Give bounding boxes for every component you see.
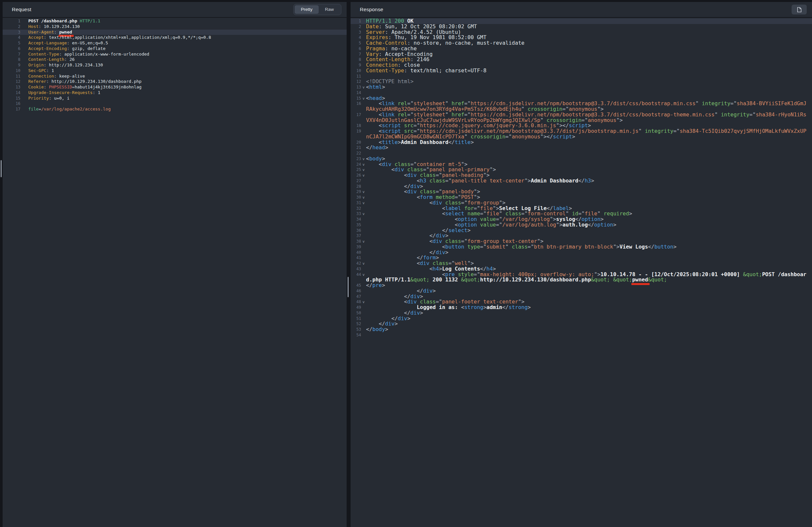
line-number: 9 bbox=[351, 62, 361, 68]
code-line[interactable]: 15Priority: u=0, i bbox=[3, 96, 347, 101]
line-number: 2 bbox=[3, 24, 20, 30]
line-number: 1 bbox=[351, 18, 361, 24]
code-line[interactable]: 2Host: 10.129.234.130 bbox=[3, 24, 347, 30]
fold-chevron-icon[interactable]: v bbox=[361, 200, 366, 206]
code-line[interactable]: 17 <link rel="stylesheet" href="https://… bbox=[351, 112, 812, 123]
fold-chevron-icon[interactable]: v bbox=[361, 162, 366, 167]
line-number: 47 bbox=[351, 294, 361, 299]
code-line[interactable]: 52 </div> bbox=[351, 321, 812, 327]
code-line[interactable]: 10Sec-GPC: 1 bbox=[3, 68, 347, 74]
code-line[interactable]: 53</body> bbox=[351, 327, 812, 332]
fold-chevron-icon[interactable]: v bbox=[361, 167, 366, 173]
fold-chevron-icon[interactable]: v bbox=[361, 173, 366, 178]
line-number: 36 bbox=[351, 228, 361, 233]
line-number: 53 bbox=[351, 327, 361, 332]
line-number: 21 bbox=[351, 145, 361, 150]
code-line[interactable]: 13v<html> bbox=[351, 85, 812, 90]
code-line[interactable]: 22 bbox=[351, 150, 812, 156]
code-line[interactable]: 1POST /dashboard.php HTTP/1.1 bbox=[3, 18, 347, 24]
tab-raw[interactable]: Raw bbox=[319, 5, 340, 14]
line-number: 6 bbox=[3, 46, 20, 52]
code-line[interactable]: 6Accept-Encoding: gzip, deflate bbox=[3, 46, 347, 52]
line-number: 8 bbox=[3, 57, 20, 62]
code-text: Origin: http://10.129.234.130 bbox=[28, 62, 347, 68]
line-number: 41 bbox=[351, 255, 361, 261]
fold-chevron-icon[interactable]: v bbox=[361, 211, 366, 217]
fold-chevron-icon[interactable]: v bbox=[361, 195, 366, 200]
fold-chevron-icon[interactable]: v bbox=[361, 239, 366, 244]
code-line[interactable]: 10Content-Type: text/html; charset=UTF-8 bbox=[351, 68, 812, 74]
code-line[interactable]: 19 <script src="https://cdn.jsdelivr.net… bbox=[351, 129, 812, 140]
code-line[interactable]: 16 <link rel="stylesheet" href="https://… bbox=[351, 101, 812, 112]
line-number: 42 bbox=[351, 261, 361, 266]
fold-chevron-icon[interactable]: v bbox=[361, 156, 366, 162]
fold-chevron-icon[interactable]: v bbox=[361, 189, 366, 195]
code-line[interactable]: 20 <title>Admin Dashboard</title> bbox=[351, 140, 812, 145]
line-number: 51 bbox=[351, 316, 361, 322]
line-number: 10 bbox=[3, 68, 20, 74]
line-number: 11 bbox=[3, 74, 20, 79]
line-number: 27 bbox=[351, 178, 361, 184]
code-text: <link rel="stylesheet" href="https://cdn… bbox=[366, 112, 812, 123]
code-line[interactable]: 11 bbox=[351, 74, 812, 79]
code-text: Accept-Language: en-US,en;q=0.5 bbox=[28, 41, 347, 46]
code-line[interactable]: 44v <pre style="max-height: 400px; overf… bbox=[351, 272, 812, 283]
code-line[interactable]: 5Cache-Control: no-store, no-cache, must… bbox=[351, 41, 812, 46]
code-line[interactable]: 12Referer: http://10.129.234.130/dashboa… bbox=[3, 79, 347, 85]
document-icon bbox=[797, 7, 802, 13]
code-line[interactable]: 17file=/var/log/apache2/access.log bbox=[3, 106, 347, 112]
fold-chevron-icon[interactable]: v bbox=[361, 272, 366, 277]
line-number: 30 bbox=[351, 195, 361, 200]
line-number: 1 bbox=[3, 18, 20, 24]
tab-pretty[interactable]: Pretty bbox=[295, 5, 319, 14]
line-number: 5 bbox=[351, 41, 361, 46]
code-line[interactable]: 4Accept: text/html,application/xhtml+xml… bbox=[3, 35, 347, 41]
code-text: User-Agent: pwned bbox=[28, 30, 347, 35]
red-underlined-text: pwned bbox=[632, 277, 648, 283]
line-number: 35 bbox=[351, 222, 361, 228]
request-editor[interactable]: 1POST /dashboard.php HTTP/1.12Host: 10.1… bbox=[3, 18, 347, 527]
code-line[interactable]: 16 bbox=[3, 101, 347, 106]
fold-chevron-icon[interactable]: v bbox=[361, 96, 366, 101]
code-line[interactable]: 8Content-Length: 26 bbox=[3, 57, 347, 62]
line-number: 12 bbox=[3, 79, 20, 85]
line-number: 43 bbox=[351, 266, 361, 272]
code-line[interactable]: 11Connection: keep-alive bbox=[3, 74, 347, 79]
code-line[interactable]: 7Content-Type: application/x-www-form-ur… bbox=[3, 52, 347, 57]
code-line[interactable]: 21</head> bbox=[351, 145, 812, 150]
code-line[interactable]: 14Upgrade-Insecure-Requests: 1 bbox=[3, 90, 347, 96]
line-number: 5 bbox=[3, 41, 20, 46]
line-number: 32 bbox=[351, 206, 361, 211]
code-line[interactable]: 13Cookie: PHPSESSID=habut14j4kj3t6i39jn8… bbox=[3, 85, 347, 90]
line-number: 7 bbox=[3, 52, 20, 57]
code-line[interactable]: 3User-Agent: pwned bbox=[3, 30, 347, 35]
line-number: 14 bbox=[3, 90, 20, 96]
code-line[interactable]: 9Origin: http://10.129.234.130 bbox=[3, 62, 347, 68]
line-number: 14 bbox=[351, 90, 361, 96]
code-line[interactable]: 14 bbox=[351, 90, 812, 96]
response-editor[interactable]: 1HTTP/1.1 200 OK2Date: Sun, 12 Oct 2025 … bbox=[351, 18, 812, 527]
line-number: 16 bbox=[351, 101, 361, 106]
copy-document-button[interactable] bbox=[792, 4, 807, 14]
code-line[interactable]: 50 </div> bbox=[351, 310, 812, 316]
fold-chevron-icon[interactable]: v bbox=[361, 261, 366, 266]
code-line[interactable]: 54 bbox=[351, 332, 812, 338]
code-line[interactable]: 5Accept-Language: en-US,en;q=0.5 bbox=[3, 41, 347, 46]
code-line[interactable]: 51 </div> bbox=[351, 316, 812, 322]
fold-chevron-icon[interactable]: v bbox=[361, 85, 366, 90]
line-number: 28 bbox=[351, 184, 361, 189]
pane-resize-handle[interactable] bbox=[348, 277, 349, 297]
pane-resize-handle[interactable] bbox=[1, 160, 2, 177]
line-number: 11 bbox=[351, 74, 361, 79]
code-line[interactable]: 12<!DOCTYPE html> bbox=[351, 79, 812, 85]
code-text: Accept-Encoding: gzip, deflate bbox=[28, 46, 347, 52]
line-number: 39 bbox=[351, 244, 361, 250]
line-number: 40 bbox=[351, 250, 361, 255]
code-text: Pragma: no-cache bbox=[366, 46, 812, 52]
line-number: 54 bbox=[351, 332, 361, 338]
line-number: 19 bbox=[351, 129, 361, 134]
code-text: Vary: Accept-Encoding bbox=[366, 52, 812, 57]
line-number: 44 bbox=[351, 272, 361, 277]
code-text: <h3 class="panel-title text-center">Admi… bbox=[366, 178, 812, 184]
fold-chevron-icon[interactable]: v bbox=[361, 299, 366, 305]
